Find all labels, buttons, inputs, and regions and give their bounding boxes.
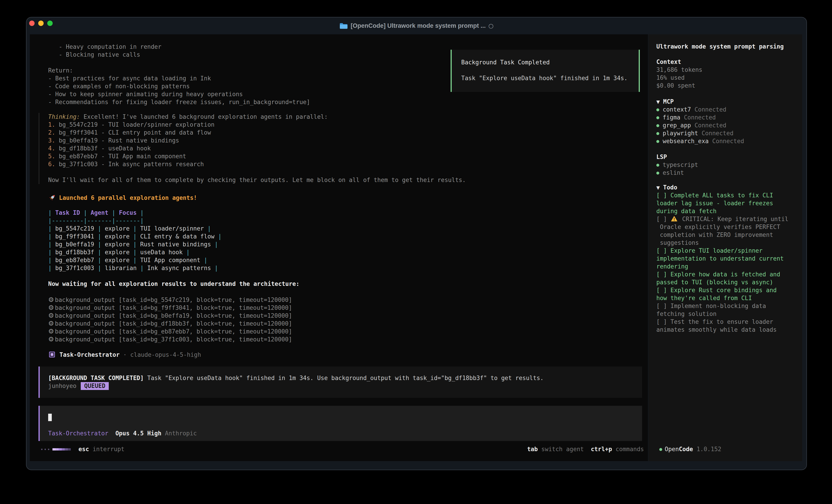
thinking-block: Thinking: Excellent! I've launched 6 bac…: [38, 113, 466, 184]
thinking-list-item: 1. bg_5547c219 - TUI loader/spinner expl…: [48, 121, 466, 129]
server-status-dot: [656, 140, 659, 143]
warning-icon: [671, 216, 677, 224]
spinner-gradient: [52, 448, 71, 450]
title-status-icon: ○: [488, 22, 494, 30]
banner-text: Launched 6 parallel exploration agents!: [59, 194, 197, 201]
thinking-list-item: 3. bg_b0effa19 - Rust native bindings: [48, 137, 466, 144]
window-title-row: [OpenCode] Ultrawork mode system prompt …: [26, 18, 806, 34]
notification-body: Task "Explore useData hook" finished in …: [461, 74, 639, 82]
lsp-heading: LSP: [656, 153, 802, 161]
table-row: | bg_f9ff3041 | explore | CLI entry & da…: [48, 232, 222, 241]
brand-code: Code: [679, 446, 693, 452]
cmd-label: commands: [612, 445, 644, 453]
gear-icon: ⚙: [48, 296, 55, 304]
orchestrator-model: claude-opus-4-5-high: [130, 352, 201, 358]
terminal-line: - Recommendations for fixing loader free…: [48, 98, 310, 106]
input-agent-line: Task-Orchestrator Opus 4.5 High Anthropi…: [48, 429, 642, 438]
terminal-line: - How to keep spinner animating during h…: [48, 90, 310, 98]
todo-heading: ▼Todo: [656, 184, 802, 192]
thinking-list-item: 5. bg_eb87ebb7 - TUI App main component: [48, 152, 466, 160]
notification-toast: Background Task Completed Task "Explore …: [450, 50, 640, 92]
table-row: | bg_b0effa19 | explore | Rust native bi…: [48, 241, 222, 248]
tab-label: switch agent: [538, 445, 584, 453]
server-status-dot: [656, 172, 659, 174]
app-version: 1.0.152: [693, 446, 721, 452]
mcp-server: figma Connected: [656, 114, 802, 121]
tool-call-list: ⚙background_output [task_id=bg_5547c219,…: [48, 296, 292, 343]
tab-key: tab: [527, 445, 538, 453]
todo-line: [ ] Explore Rust core bindings and: [656, 286, 802, 294]
gear-icon: ⚙: [48, 335, 55, 343]
app-window: [OpenCode] Ultrawork mode system prompt …: [26, 18, 806, 470]
sidebar-footer: OpenCode 1.0.152: [648, 445, 802, 453]
thinking-list-item: 4. bg_df18bb3f - useData hook: [48, 144, 466, 152]
lsp-server: eslint: [656, 169, 802, 177]
gear-icon: ⚙: [48, 312, 55, 319]
status-dot: [659, 448, 662, 451]
agents-table: | Task ID | Agent | Focus ||---------|--…: [48, 209, 222, 272]
context-stat: 31,686 tokens: [656, 66, 802, 74]
terminal-line: [48, 59, 310, 66]
tool-call-line: ⚙background_output [task_id=bg_eb87ebb7,…: [48, 328, 292, 335]
window-title: [OpenCode] Ultrawork mode system prompt …: [350, 22, 486, 30]
table-row: |---------|-------|-------|: [48, 217, 222, 225]
table-row: | bg_5547c219 | explore | TUI loader/spi…: [48, 225, 222, 232]
terminal-line: - Blocking native calls: [48, 51, 310, 59]
user-name: junhoyeo: [48, 383, 76, 389]
orchestrator-sep: ·: [120, 352, 130, 358]
input-line: [48, 414, 642, 422]
thinking-tail-line: Now I'll wait for all of them to complet…: [48, 176, 466, 184]
esc-label: interrupt: [89, 445, 125, 453]
status-bar: esc interrupt tab switch agent ctrl+p co…: [30, 445, 648, 453]
server-status-dot: [656, 132, 659, 135]
banner-line: Launched 6 parallel exploration agents!: [48, 194, 197, 201]
rocket-icon: [48, 194, 56, 202]
todo-line: suggestions: [656, 239, 802, 247]
context-heading: Context: [656, 58, 802, 66]
todo-line: [ ] CRITICAL: Keep iterating until: [656, 215, 802, 223]
todo-line: [ ] Explore TUI loader/spinner: [656, 247, 802, 255]
todo-line: [ ] Complete ALL tasks to fix CLI: [656, 192, 802, 199]
table-row: | bg_eb87ebb7 | explore | TUI App compon…: [48, 256, 222, 264]
server-status-dot: [656, 164, 659, 167]
input-agent: Task-Orchestrator: [48, 430, 108, 437]
folder-icon: [339, 23, 347, 29]
server-status-dot: [656, 108, 659, 111]
terminal-line: - Code examples of non-blocking patterns: [48, 82, 310, 90]
tool-call-line: ⚙background_output [task_id=bg_b0effa19,…: [48, 312, 292, 319]
prompt-input[interactable]: Task-Orchestrator Opus 4.5 High Anthropi…: [38, 406, 642, 441]
completed-line: [BACKGROUND TASK COMPLETED] Task "Explor…: [48, 374, 642, 382]
esc-key: esc: [78, 445, 89, 453]
waiting-line: Now waiting for all exploration results …: [48, 280, 300, 288]
agent-icon: [49, 352, 55, 358]
mcp-heading: ▼MCP: [656, 98, 802, 106]
assistant-text-block: - Heavy computation in render - Blocking…: [48, 43, 310, 106]
todo-line: [ ] Implement non-blocking data: [656, 302, 802, 310]
tool-call-line: ⚙background_output [task_id=bg_df18bb3f,…: [48, 319, 292, 328]
terminal-line: - Heavy computation in render: [48, 43, 310, 51]
todo-line: animates smoothly while data loads: [656, 326, 802, 334]
mcp-server: websearch_exa Connected: [656, 137, 802, 145]
lsp-server: typescript: [656, 161, 802, 169]
todo-line: passed to TUI (blocking vs async): [656, 278, 802, 286]
lsp-section: LSPtypescripteslint: [648, 153, 802, 177]
completed-meta-line: junhoyeoQUEUED: [48, 382, 642, 390]
context-stat: 16% used: [656, 74, 802, 82]
titlebar: [OpenCode] Ultrawork mode system prompt …: [26, 18, 806, 34]
gear-icon: ⚙: [48, 319, 55, 328]
table-row: | bg_df18bb3f | explore | useData hook |: [48, 248, 222, 256]
thinking-line: Thinking: Excellent! I've launched 6 bac…: [48, 113, 466, 121]
terminal-line: Return:: [48, 66, 310, 75]
todo-line: how they're called from CLI: [656, 294, 802, 302]
todo-line: [ ] Explore how data is fetched and: [656, 271, 802, 278]
tool-call-line: ⚙background_output [task_id=bg_f9ff3041,…: [48, 304, 292, 312]
cmd-key: ctrl+p: [591, 445, 612, 453]
desktop: [OpenCode] Ultrawork mode system prompt …: [0, 0, 832, 504]
todo-section: ▼Todo[ ] Complete ALL tasks to fix CLIlo…: [648, 184, 802, 334]
todo-line: loader lag issue - loader freezes: [656, 199, 802, 207]
background-completed-box: [BACKGROUND TASK COMPLETED] Task "Explor…: [38, 366, 642, 398]
todo-line: Oracle explicitly verifies PERFECT: [656, 223, 802, 231]
context-stat: $0.00 spent: [656, 82, 802, 90]
input-provider: Anthropic: [165, 430, 197, 437]
mcp-server: grep_app Connected: [656, 121, 802, 130]
